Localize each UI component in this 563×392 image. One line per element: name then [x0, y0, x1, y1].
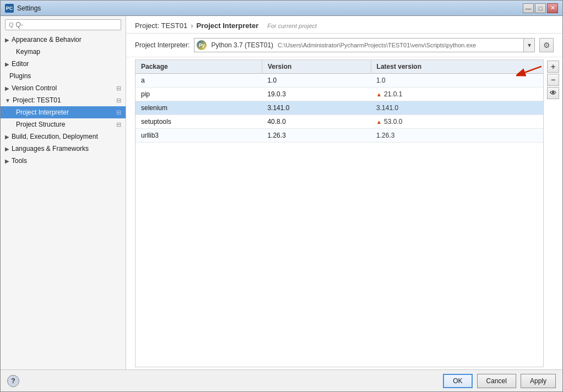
package-version: 19.0.3: [262, 88, 371, 101]
python-icon: Py: [197, 40, 207, 50]
sidebar-item-label: Languages & Frameworks: [12, 145, 89, 153]
package-version: 1.0: [262, 74, 371, 88]
sidebar-item-keymap[interactable]: Keymap: [1, 46, 126, 58]
col-header-version: Version: [262, 60, 371, 74]
sidebar-item-label: Keymap: [16, 48, 40, 56]
page-icon: ⊟: [116, 97, 121, 104]
page-icon: ⊟: [116, 85, 121, 92]
page-icon: ⊟: [116, 109, 121, 116]
package-version: 1.26.3: [262, 129, 371, 143]
packages-area: Package Version Latest version a1.01.0pi…: [126, 57, 562, 369]
breadcrumb-current: Project Interpreter: [196, 21, 258, 30]
sidebar-item-project[interactable]: ▼ Project: TEST01 ⊟: [1, 94, 126, 106]
apply-button[interactable]: Apply: [521, 374, 556, 388]
expand-icon: ▶: [5, 134, 9, 140]
bottom-left: ?: [7, 375, 19, 387]
dropdown-arrow-icon[interactable]: ▾: [523, 39, 534, 52]
sidebar-item-label: Build, Execution, Deployment: [12, 133, 98, 140]
col-header-package: Package: [136, 60, 262, 74]
expand-icon: ▶: [5, 158, 9, 164]
search-input[interactable]: [16, 21, 117, 29]
sidebar-item-label: Project Interpreter: [16, 108, 69, 116]
package-latest-version: 1.26.3: [371, 129, 543, 143]
package-name: setuptools: [136, 115, 262, 129]
interpreter-name: Python 3.7 (TEST01): [209, 41, 275, 49]
table-header-row: Package Version Latest version: [136, 60, 543, 74]
table-row[interactable]: setuptools40.8.0▲53.0.0: [136, 115, 543, 129]
show-details-button[interactable]: 👁: [547, 87, 559, 99]
sidebar-item-label: Editor: [12, 60, 29, 68]
package-version: 40.8.0: [262, 115, 371, 129]
sidebar: Q ▶ Appearance & Behavior Keymap ▶ Edito…: [1, 16, 126, 369]
window-title: Settings: [17, 4, 523, 12]
packages-table-container: Package Version Latest version a1.01.0pi…: [135, 59, 544, 367]
interpreter-select[interactable]: Py Python 3.7 (TEST01) C:\Users\Administ…: [194, 38, 535, 52]
search-icon: Q: [9, 21, 14, 28]
sidebar-item-label: Version Control: [12, 84, 57, 92]
title-bar: PC Settings — □ ✕: [1, 1, 562, 16]
interpreter-path: C:\Users\Administrator\PycharmProjects\T…: [275, 42, 534, 48]
package-latest-version: 3.141.0: [371, 101, 543, 115]
ok-button[interactable]: OK: [443, 374, 472, 388]
table-row[interactable]: a1.01.0: [136, 74, 543, 88]
app-icon: PC: [5, 4, 14, 13]
sidebar-item-languages[interactable]: ▶ Languages & Frameworks: [1, 143, 126, 155]
bottom-right: OK Cancel Apply: [443, 374, 556, 388]
expand-icon: ▶: [5, 37, 9, 43]
add-package-button[interactable]: +: [547, 61, 559, 73]
gear-button[interactable]: ⚙: [539, 38, 554, 52]
package-latest-version: ▲21.0.1: [371, 88, 543, 101]
upgrade-arrow-icon: ▲: [376, 119, 382, 125]
sidebar-item-tools[interactable]: ▶ Tools: [1, 155, 126, 167]
package-name: urllib3: [136, 129, 262, 143]
maximize-button[interactable]: □: [535, 3, 546, 13]
bottom-bar: ? OK Cancel Apply: [1, 369, 562, 391]
expand-icon: ▶: [5, 61, 9, 67]
interpreter-label: Project Interpreter:: [135, 41, 190, 49]
interpreter-row: Project Interpreter: Py Python 3.7 (TEST…: [126, 34, 562, 57]
package-name: selenium: [136, 101, 262, 115]
package-latest-version: 1.0: [371, 74, 543, 88]
upgrade-arrow-icon: ▲: [376, 91, 382, 97]
page-icon: ⊟: [116, 121, 121, 128]
expand-icon: ▶: [5, 85, 9, 91]
help-button[interactable]: ?: [7, 375, 19, 387]
breadcrumb-bar: Project: TEST01 › Project Interpreter Fo…: [126, 16, 562, 34]
package-name: a: [136, 74, 262, 88]
sidebar-item-appearance[interactable]: ▶ Appearance & Behavior: [1, 34, 126, 46]
sidebar-item-label: Appearance & Behavior: [12, 36, 82, 43]
expand-icon: ▶: [5, 146, 9, 152]
close-button[interactable]: ✕: [547, 3, 558, 13]
sidebar-item-label: Project: TEST01: [13, 96, 61, 104]
breadcrumb-project: Project: TEST01: [135, 21, 187, 30]
package-version: 3.141.0: [262, 101, 371, 115]
table-row[interactable]: urllib31.26.31.26.3: [136, 129, 543, 143]
breadcrumb-arrow: ›: [191, 21, 193, 30]
settings-window: PC Settings — □ ✕ Q ▶ Appearance & Behav…: [0, 0, 563, 392]
sidebar-item-project-structure[interactable]: Project Structure ⊟: [1, 118, 126, 130]
table-actions: + − 👁: [544, 57, 562, 369]
packages-table: Package Version Latest version a1.01.0pi…: [136, 60, 543, 143]
package-latest-version: ▲53.0.0: [371, 115, 543, 129]
table-row[interactable]: pip19.0.3▲21.0.1: [136, 88, 543, 101]
sidebar-item-label: Tools: [12, 157, 27, 165]
sidebar-item-label: Plugins: [9, 72, 31, 80]
search-box[interactable]: Q: [5, 19, 121, 30]
sidebar-item-project-interpreter[interactable]: Project Interpreter ⊟: [1, 106, 126, 118]
expand-icon: ▼: [5, 97, 10, 104]
sidebar-item-build[interactable]: ▶ Build, Execution, Deployment: [1, 130, 126, 143]
table-row[interactable]: selenium3.141.03.141.0: [136, 101, 543, 115]
remove-package-button[interactable]: −: [547, 74, 559, 86]
window-controls: — □ ✕: [523, 3, 558, 13]
content-area: Q ▶ Appearance & Behavior Keymap ▶ Edito…: [1, 16, 562, 369]
breadcrumb-note: For current project: [267, 23, 317, 29]
sidebar-item-label: Project Structure: [16, 121, 65, 128]
cancel-button[interactable]: Cancel: [477, 374, 516, 388]
col-header-latest: Latest version: [371, 60, 543, 74]
sidebar-item-plugins[interactable]: Plugins: [1, 70, 126, 82]
package-name: pip: [136, 88, 262, 101]
sidebar-item-editor[interactable]: ▶ Editor: [1, 58, 126, 70]
sidebar-item-version-control[interactable]: ▶ Version Control ⊟: [1, 82, 126, 94]
minimize-button[interactable]: —: [523, 3, 534, 13]
main-content: Project: TEST01 › Project Interpreter Fo…: [126, 16, 562, 369]
